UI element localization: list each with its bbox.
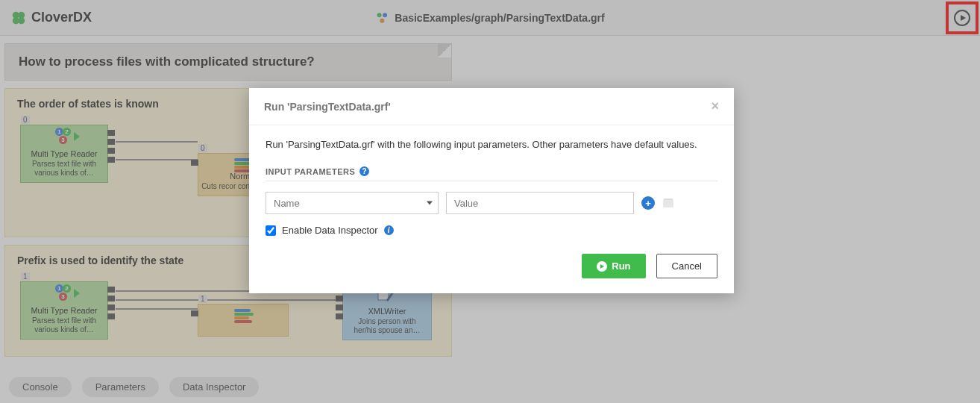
add-parameter-button[interactable]: +	[641, 196, 655, 210]
run-button[interactable]: Run	[582, 254, 645, 278]
dialog-title: Run 'ParsingTextData.grf'	[264, 101, 391, 113]
param-value-input[interactable]	[446, 192, 634, 214]
run-label: Run	[612, 260, 630, 272]
run-dialog: Run 'ParsingTextData.grf' × Run 'Parsing…	[249, 88, 734, 293]
dialog-footer: Run Cancel	[249, 243, 734, 293]
play-icon	[597, 261, 607, 272]
enable-inspector-checkbox[interactable]	[266, 225, 276, 236]
help-icon[interactable]: ?	[359, 166, 369, 176]
param-name-field	[266, 192, 439, 214]
enable-inspector-label: Enable Data Inspector	[282, 225, 378, 236]
dialog-message: Run 'ParsingTextData.grf' with the follo…	[266, 139, 717, 150]
param-name-input[interactable]	[266, 192, 439, 214]
enable-inspector-row: Enable Data Inspector i	[266, 225, 717, 236]
parameter-row: +	[266, 192, 717, 214]
dialog-header: Run 'ParsingTextData.grf' ×	[249, 88, 734, 125]
svg-rect-9	[663, 200, 673, 207]
dialog-body: Run 'ParsingTextData.grf' with the follo…	[249, 125, 734, 243]
file-browse-icon[interactable]	[662, 196, 676, 210]
section-label-text: INPUT PARAMETERS	[266, 167, 355, 176]
cancel-button[interactable]: Cancel	[656, 254, 717, 278]
close-icon[interactable]: ×	[711, 99, 719, 114]
info-icon[interactable]: i	[384, 225, 394, 235]
param-value-field	[446, 192, 634, 214]
input-parameters-label: INPUT PARAMETERS ?	[266, 166, 717, 181]
